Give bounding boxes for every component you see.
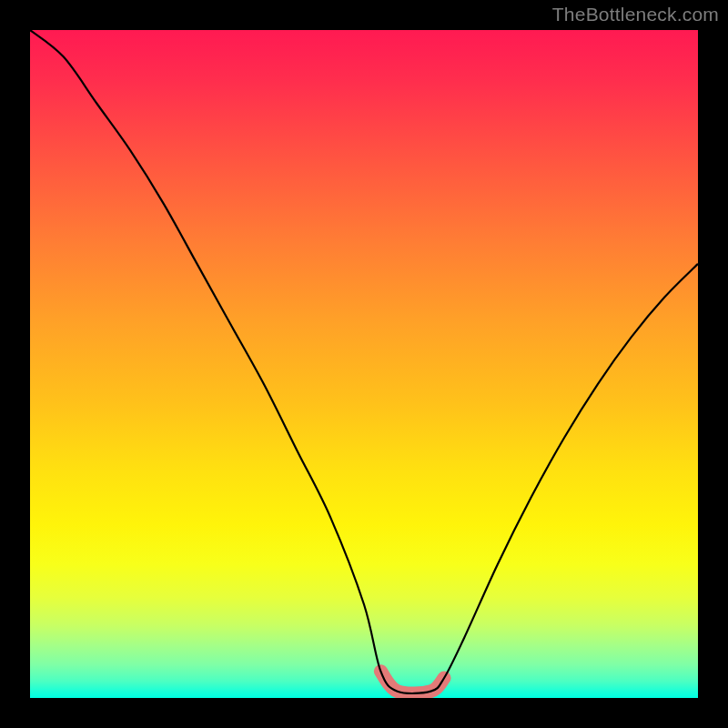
chart-area xyxy=(30,30,698,698)
app-frame: TheBottleneck.com xyxy=(0,0,728,728)
bottleneck-curve xyxy=(30,30,698,693)
watermark-text: TheBottleneck.com xyxy=(552,4,719,25)
chart-svg xyxy=(30,30,698,698)
